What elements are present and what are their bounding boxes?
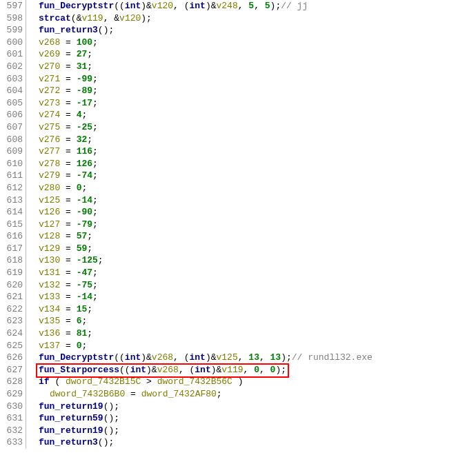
- line-number: 617: [0, 243, 26, 255]
- token-plain: ;: [92, 37, 98, 48]
- token-num: -47: [77, 267, 92, 278]
- token-amp: &: [146, 352, 152, 363]
- token-num: 15: [77, 304, 88, 314]
- line-number: 628: [0, 376, 26, 388]
- token-plain: ,: [254, 1, 265, 11]
- token-num: 31: [77, 61, 88, 72]
- token-var: dword_7432AF80: [141, 389, 217, 399]
- token-num: 5: [248, 1, 254, 11]
- line-number: 599: [0, 24, 26, 37]
- code-line: 632fun_return19();: [0, 425, 476, 437]
- token-fn: strcat: [39, 13, 71, 23]
- token-fn: fun_Decryptstr: [39, 352, 114, 363]
- code-content: v132 = -75;: [26, 279, 476, 292]
- token-plain: (: [50, 376, 66, 387]
- code-line: 608v276 = 32;: [0, 134, 476, 146]
- line-number: 611: [0, 170, 26, 182]
- line-number: 623: [0, 315, 26, 327]
- token-num: -74: [77, 170, 92, 181]
- code-content: v129 = 59;: [26, 243, 476, 255]
- token-plain: >: [141, 376, 157, 387]
- line-number: 603: [0, 73, 26, 85]
- token-plain: ;: [81, 183, 87, 193]
- token-kw: int: [189, 352, 205, 363]
- line-number: 632: [0, 425, 26, 437]
- token-plain: ;: [92, 207, 98, 217]
- token-num: 27: [77, 49, 88, 59]
- code-content: v133 = -14;: [26, 291, 476, 303]
- token-var: v274: [39, 110, 60, 120]
- code-content: dword_7432B6B0 = dword_7432AF80;: [26, 388, 476, 401]
- code-line: 600v268 = 100;: [0, 37, 476, 49]
- token-plain: =: [60, 61, 76, 72]
- code-content: v134 = 15;: [26, 303, 476, 316]
- token-plain: =: [60, 255, 76, 265]
- token-plain: ;: [87, 231, 92, 241]
- token-plain: =: [60, 85, 76, 96]
- code-line: 622v134 = 15;: [0, 303, 476, 316]
- token-var: v137: [39, 341, 60, 351]
- code-line: 597fun_Decryptstr((int)&v120, (int)&v248…: [0, 0, 476, 12]
- token-var: v130: [39, 255, 60, 265]
- code-line: 628if ( dword_7432B15C > dword_7432B56C …: [0, 376, 476, 388]
- token-plain: ;: [92, 159, 98, 169]
- code-line: 599fun_return3();: [0, 24, 476, 37]
- token-plain: ): [146, 365, 152, 375]
- token-num: -75: [77, 280, 92, 290]
- token-plain: ;: [92, 146, 98, 156]
- token-kw: int: [189, 1, 205, 11]
- code-line: 623v135 = 6;: [0, 315, 476, 327]
- token-num: 100: [77, 37, 92, 48]
- token-var: v273: [39, 98, 60, 108]
- token-var: v272: [39, 85, 60, 96]
- token-plain: =: [60, 341, 76, 351]
- token-var: v268: [152, 352, 173, 363]
- token-var: v126: [39, 207, 60, 217]
- token-plain: );: [270, 1, 281, 11]
- token-plain: ,: [103, 13, 115, 23]
- line-number: 600: [0, 37, 26, 49]
- token-plain: =: [60, 195, 76, 205]
- token-plain: ;: [87, 49, 92, 59]
- code-line: 626fun_Decryptstr((int)&v268, (int)&v125…: [0, 352, 476, 364]
- token-plain: ();: [103, 425, 119, 436]
- code-line: 615v127 = -79;: [0, 219, 476, 231]
- line-number: 606: [0, 109, 26, 121]
- line-number: 631: [0, 412, 26, 425]
- token-fn: fun_return19: [39, 425, 103, 436]
- token-plain: );: [141, 13, 152, 23]
- token-var: v133: [39, 292, 60, 302]
- code-line: 604v272 = -89;: [0, 85, 476, 97]
- token-var: v270: [39, 61, 60, 72]
- token-plain: =: [60, 98, 76, 108]
- line-number: 629: [0, 388, 26, 401]
- code-content: fun_Starporcess((int)&v268, (int)&v119, …: [26, 364, 476, 376]
- token-plain: =: [60, 37, 76, 48]
- token-num: 0: [254, 365, 259, 375]
- token-amp: &: [211, 1, 217, 11]
- token-num: 5: [265, 1, 270, 11]
- token-var: v127: [39, 219, 60, 230]
- code-line: 616v128 = 57;: [0, 230, 476, 243]
- code-content: v136 = 81;: [26, 327, 476, 340]
- token-fn: fun_Decryptstr: [39, 1, 114, 11]
- line-number: 633: [0, 436, 26, 449]
- token-num: -14: [77, 195, 92, 205]
- line-number: 620: [0, 279, 26, 292]
- token-plain: ): [232, 376, 244, 387]
- token-plain: ;: [87, 304, 92, 314]
- token-plain: =: [60, 110, 76, 120]
- token-fn: fun_return3: [39, 437, 98, 447]
- code-content: v125 = -14;: [26, 194, 476, 207]
- token-plain: (: [71, 13, 77, 23]
- token-num: 126: [77, 159, 92, 169]
- token-num: 32: [77, 134, 88, 145]
- token-var: v135: [39, 316, 60, 326]
- token-plain: ();: [103, 401, 119, 412]
- line-number: 605: [0, 97, 26, 110]
- token-plain: ;: [92, 280, 98, 290]
- token-plain: ();: [103, 413, 119, 423]
- code-content: v271 = -99;: [26, 73, 476, 85]
- code-content: if ( dword_7432B15C > dword_7432B56C ): [26, 376, 476, 388]
- token-plain: ;: [92, 267, 98, 278]
